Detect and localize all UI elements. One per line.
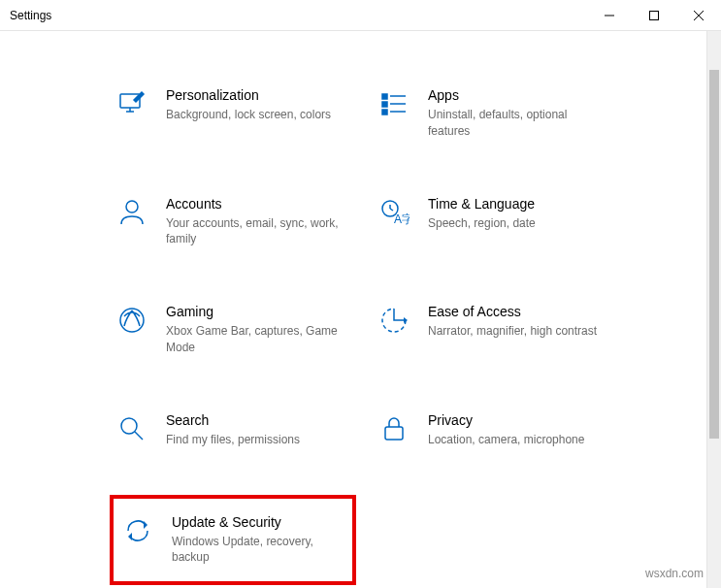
tile-text: Apps Uninstall, defaults, optional featu… bbox=[428, 87, 612, 140]
update-security-icon bbox=[121, 514, 154, 547]
search-icon bbox=[115, 412, 148, 445]
tile-desc: Your accounts, email, sync, work, family bbox=[166, 215, 350, 248]
tile-title: Apps bbox=[428, 87, 612, 103]
svg-point-13 bbox=[126, 201, 138, 212]
tile-title: Ease of Access bbox=[428, 304, 612, 319]
tile-title: Time & Language bbox=[428, 196, 612, 212]
svg-line-16 bbox=[390, 209, 393, 211]
tile-text: Gaming Xbox Game Bar, captures, Game Mod… bbox=[166, 304, 350, 356]
tile-text: Update & Security Windows Update, recove… bbox=[172, 514, 344, 567]
tile-title: Privacy bbox=[428, 412, 612, 428]
svg-rect-9 bbox=[382, 110, 387, 114]
personalization-icon bbox=[115, 87, 148, 120]
tile-update-security[interactable]: Update & Security Windows Update, recove… bbox=[112, 497, 354, 584]
maximize-button[interactable] bbox=[632, 0, 676, 30]
tile-accounts[interactable]: Accounts Your accounts, email, sync, wor… bbox=[112, 188, 354, 256]
tile-title: Gaming bbox=[166, 304, 350, 319]
tile-title: Accounts bbox=[166, 196, 350, 212]
tile-title: Update & Security bbox=[172, 514, 344, 530]
tile-desc: Background, lock screen, colors bbox=[166, 107, 350, 123]
minimize-button[interactable] bbox=[587, 0, 632, 30]
scrollbar-thumb[interactable] bbox=[709, 70, 719, 439]
vertical-scrollbar[interactable] bbox=[706, 31, 721, 588]
tile-title: Search bbox=[166, 412, 350, 428]
tile-desc: Location, camera, microphone bbox=[428, 432, 612, 448]
tile-desc: Speech, region, date bbox=[428, 215, 612, 232]
close-button[interactable] bbox=[676, 0, 721, 30]
watermark: wsxdn.com bbox=[645, 567, 704, 580]
svg-marker-24 bbox=[128, 533, 132, 540]
tile-desc: Windows Update, recovery, backup bbox=[172, 534, 344, 567]
svg-rect-7 bbox=[382, 94, 387, 99]
svg-rect-1 bbox=[650, 11, 659, 19]
svg-point-20 bbox=[121, 418, 137, 434]
svg-text:A字: A字 bbox=[394, 212, 410, 226]
tile-title: Personalization bbox=[166, 87, 350, 103]
svg-rect-8 bbox=[382, 102, 387, 107]
tile-desc: Narrator, magnifier, high contrast bbox=[428, 323, 612, 340]
tile-desc: Uninstall, defaults, optional features bbox=[428, 107, 612, 140]
tile-ease-of-access[interactable]: Ease of Access Narrator, magnifier, high… bbox=[374, 296, 616, 364]
settings-grid: Personalization Background, lock screen,… bbox=[0, 31, 721, 583]
ease-of-access-icon bbox=[377, 304, 410, 337]
tile-text: Privacy Location, camera, microphone bbox=[428, 412, 612, 448]
tile-personalization[interactable]: Personalization Background, lock screen,… bbox=[112, 80, 354, 147]
tile-desc: Xbox Game Bar, captures, Game Mode bbox=[166, 323, 350, 356]
tile-text: Time & Language Speech, region, date bbox=[428, 196, 612, 248]
tile-search[interactable]: Search Find my files, permissions bbox=[112, 405, 354, 456]
svg-rect-22 bbox=[385, 427, 403, 440]
time-language-icon: A字 bbox=[377, 196, 410, 229]
svg-line-21 bbox=[135, 432, 143, 440]
window-title: Settings bbox=[10, 9, 51, 22]
tile-text: Ease of Access Narrator, magnifier, high… bbox=[428, 304, 612, 356]
apps-icon bbox=[377, 87, 410, 120]
tile-text: Accounts Your accounts, email, sync, wor… bbox=[166, 196, 350, 248]
privacy-icon bbox=[377, 412, 410, 445]
tile-gaming[interactable]: Gaming Xbox Game Bar, captures, Game Mod… bbox=[112, 296, 354, 364]
svg-marker-23 bbox=[144, 521, 147, 529]
accounts-icon bbox=[115, 196, 148, 229]
tile-privacy[interactable]: Privacy Location, camera, microphone bbox=[374, 405, 616, 456]
window-controls bbox=[587, 0, 721, 30]
tile-text: Search Find my files, permissions bbox=[166, 412, 350, 448]
titlebar: Settings bbox=[0, 0, 721, 31]
gaming-icon bbox=[115, 304, 148, 337]
tile-apps[interactable]: Apps Uninstall, defaults, optional featu… bbox=[374, 80, 616, 147]
tile-text: Personalization Background, lock screen,… bbox=[166, 87, 350, 140]
tile-time-language[interactable]: A字 Time & Language Speech, region, date bbox=[374, 188, 616, 256]
tile-desc: Find my files, permissions bbox=[166, 432, 350, 448]
